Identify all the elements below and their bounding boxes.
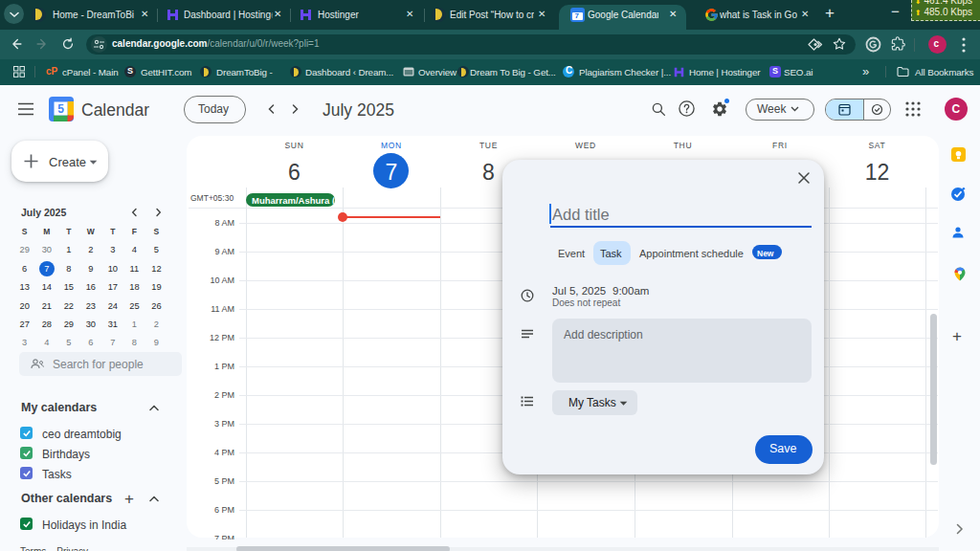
svg-text:5: 5 [57,102,64,116]
